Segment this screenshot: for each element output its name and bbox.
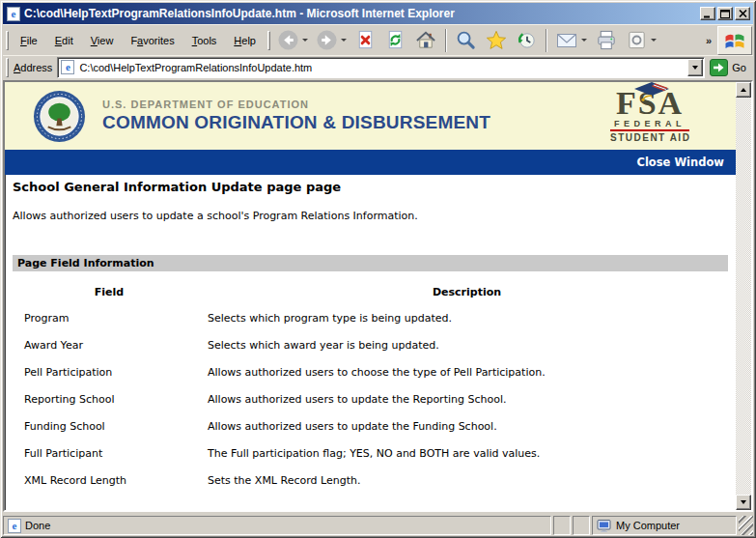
print-button[interactable] [591, 26, 622, 54]
toolbar-grip-handle[interactable] [267, 31, 270, 50]
home-icon [414, 29, 437, 51]
window-controls [700, 7, 750, 20]
edit-button[interactable] [622, 26, 660, 54]
arrow-up-icon [741, 88, 746, 92]
menu-edit[interactable]: Edit [46, 32, 82, 49]
description-cell: Sets the XML Record Length. [206, 467, 728, 494]
address-input[interactable] [77, 62, 685, 73]
scroll-down-button[interactable] [736, 495, 751, 510]
address-dropdown-button[interactable] [687, 59, 703, 76]
address-label-text: ddress [20, 62, 52, 73]
print-icon [595, 29, 618, 51]
toolbar-separator [445, 29, 447, 52]
home-button[interactable] [410, 26, 441, 54]
description-cell: The Full participation flag; YES, NO and… [206, 439, 728, 467]
dept-of-education-seal-icon [33, 90, 86, 143]
favorites-icon [485, 29, 508, 51]
back-icon [277, 29, 299, 51]
favorites-button[interactable] [481, 26, 512, 54]
close-icon [739, 10, 747, 17]
menu-bar: FileEditViewFavoritesToolsHelp [12, 32, 265, 49]
menu-toolbar-row: FileEditViewFavoritesToolsHelp » [3, 24, 753, 55]
browser-window: C:\cod\HelpTextProgramRelationsInfoUpdat… [0, 0, 756, 538]
web-page: U.S. DEPARTMENT OF EDUCATION COMMON ORIG… [5, 82, 736, 510]
field-cell: Pell Participation [13, 358, 206, 385]
windows-flag-icon [722, 29, 747, 52]
status-spacer-panel-1 [553, 516, 571, 535]
menu-favorites[interactable]: Favorites [122, 32, 182, 49]
status-page-icon [8, 519, 21, 533]
maximize-icon [720, 10, 730, 18]
table-row: Award YearSelects which award year is be… [13, 331, 728, 358]
table-row: ProgramSelects which program type is bei… [13, 304, 728, 331]
close-button[interactable] [735, 7, 750, 20]
window-title: C:\cod\HelpTextProgramRelationsInfoUpdat… [24, 7, 696, 20]
title-bar: C:\cod\HelpTextProgramRelationsInfoUpdat… [3, 3, 753, 24]
scroll-up-button[interactable] [736, 82, 751, 98]
field-cell: Full Participant [13, 439, 206, 467]
arrow-down-icon [741, 500, 746, 504]
page-nav-bar: Close Window [5, 150, 736, 175]
menu-tools[interactable]: Tools [183, 32, 226, 49]
search-icon [455, 29, 477, 51]
chevron-down-icon [692, 66, 698, 70]
description-cell: Allows authorized users to choose the ty… [206, 358, 728, 385]
toolbar-overflow-chevron[interactable]: » [700, 35, 717, 46]
history-icon [516, 29, 538, 51]
table-row: Reporting SchoolAllows authorized users … [13, 385, 728, 412]
mail-dropdown-arrow[interactable] [581, 39, 587, 42]
section-header: Page Field Information [13, 255, 728, 271]
page-intro: Allows authorized users to update a scho… [13, 210, 728, 222]
refresh-icon [384, 29, 406, 51]
description-cell: Allows authorized users to update the Re… [206, 385, 728, 412]
table-row: Pell ParticipationAllows authorized user… [13, 358, 728, 385]
field-cell: Award Year [13, 331, 206, 358]
app-title: COMMON ORIGINATION & DISBURSEMENT [102, 112, 490, 133]
forward-button[interactable] [312, 26, 350, 54]
menu-grip-handle[interactable] [6, 31, 9, 50]
description-column-header: Description [206, 279, 728, 304]
table-row: Full ParticipantThe Full participation f… [13, 439, 728, 467]
scrollbar-track[interactable] [736, 98, 751, 495]
resize-grip[interactable] [739, 516, 753, 535]
field-cell: Funding School [13, 412, 206, 439]
forward-icon [316, 29, 338, 51]
menu-help[interactable]: Help [225, 32, 265, 49]
minimize-button[interactable] [700, 7, 715, 20]
close-window-link[interactable]: Close Window [636, 156, 724, 169]
security-zone-panel: My Computer [592, 516, 737, 535]
back-button[interactable] [273, 26, 312, 54]
status-panel: Done [3, 516, 551, 535]
description-cell: Selects which award year is being update… [206, 331, 728, 358]
menu-file[interactable]: File [12, 32, 46, 49]
status-bar: Done My Computer [3, 512, 753, 535]
go-button[interactable]: Go [705, 59, 753, 76]
banner-titles: U.S. DEPARTMENT OF EDUCATION COMMON ORIG… [102, 99, 490, 133]
vertical-scrollbar[interactable] [736, 82, 751, 510]
address-bar-row: Address Go [3, 55, 753, 80]
mail-button[interactable] [551, 27, 591, 54]
graduation-cap-icon [631, 82, 672, 101]
back-dropdown-arrow[interactable] [302, 39, 308, 42]
forward-dropdown-arrow[interactable] [341, 39, 347, 42]
search-button[interactable] [451, 26, 481, 54]
go-arrow-icon [710, 59, 728, 76]
fsa-logo: FSA FEDERAL STUDENT AID [610, 89, 689, 144]
table-header-row: Field Description [13, 279, 728, 304]
refresh-button[interactable] [380, 26, 410, 54]
address-grip-handle[interactable] [6, 58, 9, 77]
fsa-student-aid-label: STUDENT AID [610, 132, 689, 143]
status-text: Done [25, 520, 50, 531]
field-cell: XML Record Length [13, 467, 206, 494]
history-button[interactable] [512, 26, 542, 54]
description-cell: Allows authorized users to update the Fu… [206, 412, 728, 439]
edit-dropdown-arrow[interactable] [651, 39, 657, 42]
page-title: School General Information Update page p… [13, 180, 728, 194]
stop-button[interactable] [350, 26, 380, 54]
field-table: Field Description ProgramSelects which p… [13, 279, 728, 494]
browser-viewport: U.S. DEPARTMENT OF EDUCATION COMMON ORIG… [3, 80, 753, 512]
menu-view[interactable]: View [82, 32, 123, 49]
maximize-button[interactable] [717, 7, 733, 20]
description-cell: Selects which program type is being upda… [206, 304, 728, 331]
toolbar [273, 25, 700, 55]
